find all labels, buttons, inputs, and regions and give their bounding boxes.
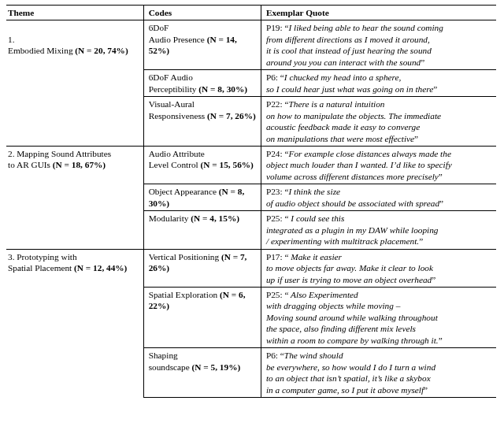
code-1-2: 6DoF Audio Perceptibility (N = 8, 30%) <box>143 70 261 97</box>
quote-2-2: P23: “I think the size of audio object s… <box>261 184 496 211</box>
theme-2: 2. Mapping Sound Attributes to AR GUIs (… <box>6 146 143 249</box>
code-2-2: Object Appearance (N = 8, 30%) <box>143 184 261 211</box>
quote-1-1: P19: “I liked being able to hear the sou… <box>261 20 496 70</box>
code-2-1: Audio Attribute Level Control (N = 15, 5… <box>143 146 261 184</box>
header-quote: Exemplar Quote <box>261 6 496 20</box>
code-3-2: Spatial Exploration (N = 6, 22%) <box>143 287 261 347</box>
theme-table: Theme Codes Exemplar Quote 1. Embodied M… <box>6 5 496 398</box>
quote-2-1: P24: “For example close distances always… <box>261 146 496 184</box>
quote-1-3: P22: “There is a natural intuition on ho… <box>261 97 496 147</box>
quote-3-2: P25: “ Also Experimented with dragging o… <box>261 287 496 347</box>
quote-1-2: P6: “I chucked my head into a sphere, so… <box>261 70 496 97</box>
header-theme: Theme <box>6 6 143 20</box>
quote-3-1: P17: “ Make it easier to move objects fa… <box>261 249 496 287</box>
code-2-3: Modularity (N = 4, 15%) <box>143 211 261 249</box>
code-1-1: 6DoF Audio Presence (N = 14, 52%) <box>143 20 261 70</box>
header-codes: Codes <box>143 6 261 20</box>
quote-2-3: P25: “ I could see this integrated as a … <box>261 211 496 249</box>
code-1-3: Visual-Aural Responsiveness (N = 7, 26%) <box>143 97 261 147</box>
code-3-1: Vertical Positioning (N = 7, 26%) <box>143 249 261 287</box>
quote-3-3: P6: “The wind should be everywhere, so h… <box>261 348 496 398</box>
theme-1: 1. Embodied Mixing (N = 20, 74%) <box>6 20 143 147</box>
code-3-3: Shaping soundscape (N = 5, 19%) <box>143 348 261 398</box>
theme-3: 3. Prototyping with Spatial Placement (N… <box>6 249 143 397</box>
